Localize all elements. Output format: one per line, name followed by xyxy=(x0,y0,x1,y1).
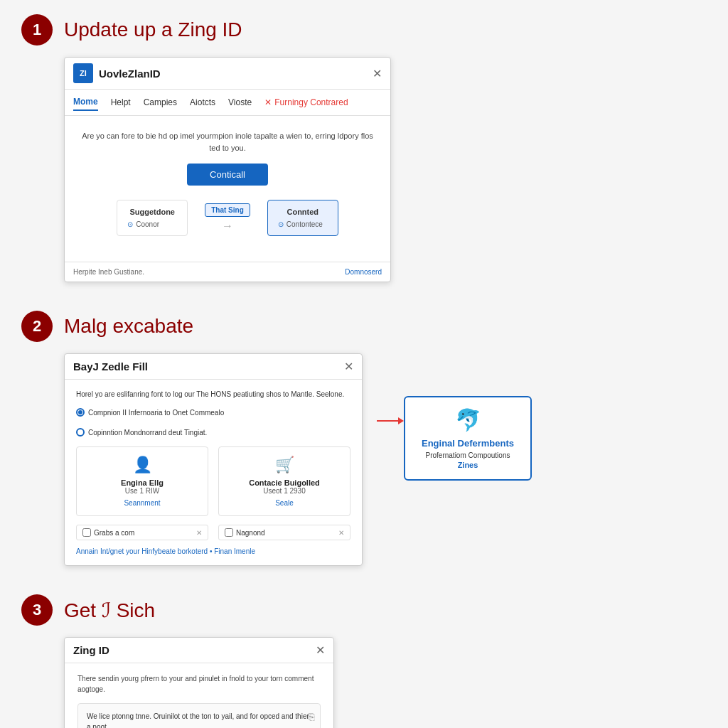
step1-window: ZI UovleZlanID ✕ Mome Helpt Campies Aiot… xyxy=(64,57,391,282)
step3-window-title: Zing ID xyxy=(73,644,109,656)
sidebar-card-sub: Profernatiom Compoutions xyxy=(426,451,510,459)
radio-dot-1 xyxy=(76,408,85,417)
step2-header: 2 Malg excabate xyxy=(21,311,193,342)
user-icon-2: 🛒 xyxy=(228,456,341,474)
user-cards-row: 👤 Engina Ellg Use 1 RIW Seannment 🛒 Cont… xyxy=(76,446,350,516)
step3-titlebar: Zing ID ✕ xyxy=(65,638,333,663)
user-card-2-link[interactable]: Seale xyxy=(228,499,341,507)
step2-bottom-link[interactable]: Annain Int/gnet your Hinfybeate borkoter… xyxy=(76,547,350,555)
app-name: UovleZlanID xyxy=(99,68,161,80)
step1-body: Are yo can fore to bie hd op imel yourmp… xyxy=(65,116,390,262)
step3-title: Get ℐ Sich xyxy=(64,599,155,622)
radio-item-1[interactable]: Compnion II Infernoaria to Onet Commealo xyxy=(76,408,224,417)
user-card-2: 🛒 Contacie Buigolled Useot 1 2930 Seale xyxy=(218,446,350,516)
copy-icon[interactable]: ⎘ xyxy=(309,710,314,724)
step2-desc: Horel yo are eslifanring font to log our… xyxy=(76,390,350,400)
user-card-1-name: Engina Ellg xyxy=(85,478,199,487)
sidebar-card-title: Enginal Defermbents xyxy=(422,438,514,449)
user-card-1-link[interactable]: Seannment xyxy=(85,499,199,507)
message-text: We lice ptonng tnne. Oruinilot ot the to… xyxy=(87,712,309,728)
sidebar-card-icon: 🐬 xyxy=(455,407,481,432)
footer2-checkbox[interactable] xyxy=(225,528,233,537)
step1-cta-button[interactable]: Conticall xyxy=(187,164,268,186)
radio-group: Compnion II Infernoaria to Onet Commealo… xyxy=(76,408,350,437)
step1-footer: Herpite Ineb Gustiane. Domnoserd xyxy=(65,262,390,282)
card-footer-1: Grabs a com ✕ xyxy=(76,525,208,540)
step2-title: Malg excabate xyxy=(64,315,193,338)
step2-close-icon[interactable]: ✕ xyxy=(344,360,353,373)
step3-section: 3 Get ℐ Sich Zing ID ✕ There sendin your… xyxy=(21,594,707,728)
app-logo: ZI xyxy=(73,63,93,83)
user-card-1-sub: Use 1 RIW xyxy=(85,487,199,495)
radio-item-2[interactable]: Copinntion Mondnorrand deut Tingiat. xyxy=(76,428,207,437)
option-connected-label: Connted xyxy=(278,208,328,216)
step3-close-icon[interactable]: ✕ xyxy=(316,643,325,657)
option-sugget-label: Suggetdone xyxy=(127,208,177,216)
step2-number: 2 xyxy=(33,317,41,336)
sidebar-card: 🐬 Enginal Defermbents Profernatiom Compo… xyxy=(404,396,532,481)
nav-campies[interactable]: Campies xyxy=(144,95,177,110)
step1-title-left: ZI UovleZlanID xyxy=(73,63,161,83)
radio-dot-2 xyxy=(76,428,85,437)
close-icon[interactable]: ✕ xyxy=(373,67,382,80)
footer1-checkbox[interactable] xyxy=(82,528,91,537)
step1-titlebar: ZI UovleZlanID ✕ xyxy=(65,58,390,90)
step1-nav: Mome Helpt Campies Aiotcts Vioste ✕ Furn… xyxy=(65,90,390,116)
user-icon-1: 👤 xyxy=(85,456,199,474)
step2-titlebar: BayJ Zedle Fill ✕ xyxy=(65,354,362,380)
step3-desc: There sendin yourg pfrern to your and pi… xyxy=(77,673,321,695)
nav-helpt[interactable]: Helpt xyxy=(111,95,131,110)
arrow-between: That Sing → xyxy=(205,200,250,236)
option-card-sugget: Suggetdone ⊙ Coonor xyxy=(117,200,188,236)
step3-header: 3 Get ℐ Sich xyxy=(21,594,155,626)
step3-window: Zing ID ✕ There sendin yourg pfrern to y… xyxy=(64,637,334,728)
nav-vioste[interactable]: Vioste xyxy=(228,95,252,110)
step1-circle: 1 xyxy=(21,14,53,46)
step2-window-title: BayJ Zedle Fill xyxy=(73,360,148,373)
step1-header: 1 Update up a Zing ID xyxy=(21,14,242,46)
user-card-2-sub: Useot 1 2930 xyxy=(228,487,341,495)
footer-right-link[interactable]: Domnoserd xyxy=(345,268,382,276)
sidebar-card-zing: Zines xyxy=(458,461,478,469)
footer1-content: Grabs a com xyxy=(82,528,134,537)
active-option-badge: That Sing xyxy=(205,203,250,217)
option-card-connected: Connted ⊙ Contontece xyxy=(267,200,338,236)
user-card-2-name: Contacie Buigolled xyxy=(228,478,341,487)
step2-area: BayJ Zedle Fill ✕ Horel yo are eslifanri… xyxy=(21,353,532,566)
footer-left: Herpite Ineb Gustiane. xyxy=(73,268,144,276)
step3-body: There sendin yourg pfrern to your and pi… xyxy=(65,663,333,728)
arrow-container xyxy=(377,417,404,424)
option-connected-item: ⊙ Contontece xyxy=(278,220,328,228)
step1-section: 1 Update up a Zing ID ZI UovleZlanID ✕ M… xyxy=(21,14,707,282)
step2-body: Horel yo are eslifanring font to log our… xyxy=(65,380,362,565)
sidebar-area: 🐬 Enginal Defermbents Profernatiom Compo… xyxy=(377,353,532,481)
footer2-close-icon[interactable]: ✕ xyxy=(338,529,344,537)
message-box: We lice ptonng tnne. Oruinilot ot the to… xyxy=(77,703,321,728)
step2-circle: 2 xyxy=(21,311,53,342)
footer2-content: Nagnond xyxy=(225,528,265,537)
step2-window: BayJ Zedle Fill ✕ Horel yo are eslifanri… xyxy=(64,353,363,566)
step1-number: 1 xyxy=(33,21,41,39)
step1-title: Update up a Zing ID xyxy=(64,18,242,41)
step1-options: Suggetdone ⊙ Coonor That Sing → Connted … xyxy=(82,200,373,236)
arrow-line xyxy=(377,420,398,422)
nav-highlight[interactable]: ✕ Furningy Contrared xyxy=(264,95,348,110)
step3-circle: 3 xyxy=(21,594,53,626)
footer1-close-icon[interactable]: ✕ xyxy=(196,529,202,537)
option-sugget-item: ⊙ Coonor xyxy=(127,220,177,228)
card-footer-2: Nagnond ✕ xyxy=(218,525,350,540)
card-footer-row: Grabs a com ✕ Nagnond ✕ xyxy=(76,525,350,540)
step1-body-desc: Are yo can fore to bie hd op imel yourmp… xyxy=(82,130,373,154)
user-card-1: 👤 Engina Ellg Use 1 RIW Seannment xyxy=(76,446,208,516)
step3-number: 3 xyxy=(33,601,41,619)
nav-aiotcts[interactable]: Aiotcts xyxy=(190,95,215,110)
arrow-head xyxy=(398,417,404,424)
step2-section: 2 Malg excabate BayJ Zedle Fill ✕ Horel … xyxy=(21,311,707,566)
nav-mome[interactable]: Mome xyxy=(73,94,98,111)
